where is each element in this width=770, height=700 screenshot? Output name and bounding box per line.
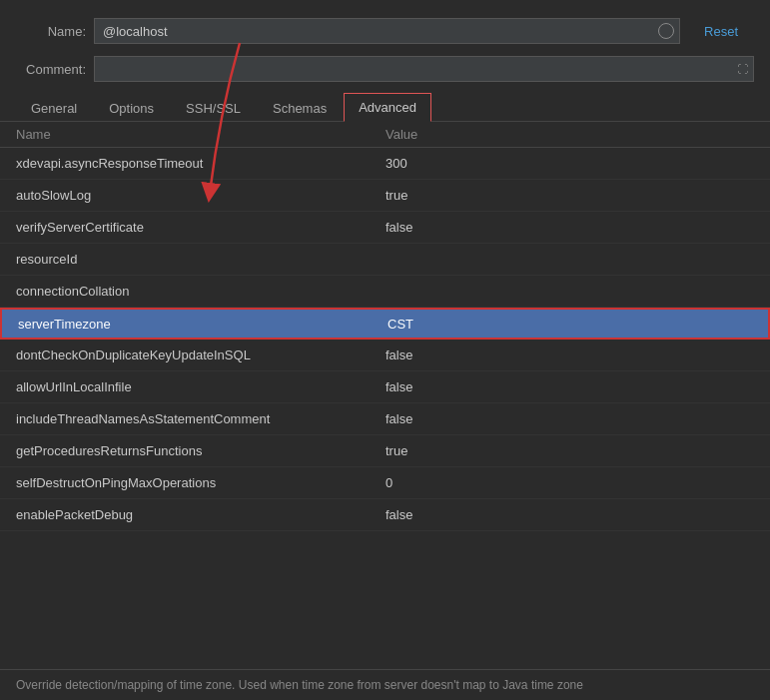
row-value-1: true	[385, 188, 754, 203]
table-row[interactable]: connectionCollation	[0, 276, 770, 308]
tab-advanced[interactable]: Advanced	[344, 93, 431, 122]
name-row: Name: Reset	[0, 12, 770, 50]
tab-options[interactable]: Options	[94, 94, 169, 122]
row-value-6: false	[385, 348, 754, 362]
row-name-0: xdevapi.asyncResponseTimeout	[16, 156, 385, 171]
row-value-8: false	[385, 411, 754, 426]
main-container: Name: Reset Comment: ⛶ General	[0, 0, 770, 700]
comment-label: Comment:	[16, 62, 86, 77]
row-name-2: verifyServerCertificate	[16, 220, 385, 235]
tab-general[interactable]: General	[16, 94, 92, 122]
row-value-5: CST	[387, 317, 752, 332]
row-name-5: serverTimezone	[18, 317, 387, 332]
row-name-3: resourceId	[16, 252, 385, 267]
row-value-2: false	[385, 220, 754, 235]
comment-input-wrapper: ⛶	[94, 56, 754, 82]
status-text: Override detection/mapping of time zone.…	[16, 678, 583, 692]
row-name-6: dontCheckOnDuplicateKeyUpdateInSQL	[16, 348, 385, 362]
row-value-7: false	[385, 379, 754, 394]
table-row[interactable]: dontCheckOnDuplicateKeyUpdateInSQLfalse	[0, 340, 770, 371]
row-value-10: 0	[385, 475, 754, 490]
table-row[interactable]: serverTimezoneCST	[0, 308, 770, 340]
row-value-11: false	[385, 507, 754, 522]
name-circle-button[interactable]	[658, 23, 674, 39]
reset-button[interactable]: Reset	[688, 24, 754, 39]
name-input[interactable]	[94, 18, 680, 44]
row-value-9: true	[385, 443, 754, 458]
table-row[interactable]: allowUrlInLocalInfilefalse	[0, 371, 770, 403]
row-name-10: selfDestructOnPingMaxOperations	[16, 475, 385, 490]
table-row[interactable]: resourceId	[0, 244, 770, 276]
table-row[interactable]: includeThreadNamesAsStatementCommentfals…	[0, 403, 770, 435]
table-row[interactable]: xdevapi.asyncResponseTimeout300	[0, 148, 770, 180]
row-name-8: includeThreadNamesAsStatementComment	[16, 411, 385, 426]
name-input-wrapper	[94, 18, 680, 44]
table-row[interactable]: verifyServerCertificatefalse	[0, 212, 770, 244]
name-label: Name:	[16, 24, 86, 39]
row-value-0: 300	[385, 156, 754, 171]
table-row[interactable]: enablePacketDebugfalse	[0, 499, 770, 531]
tab-schemas[interactable]: Schemas	[258, 94, 342, 122]
comment-input[interactable]	[94, 56, 754, 82]
row-name-1: autoSlowLog	[16, 188, 385, 203]
tab-ssh-ssl[interactable]: SSH/SSL	[171, 94, 256, 122]
comment-row: Comment: ⛶	[0, 50, 770, 88]
table-row[interactable]: selfDestructOnPingMaxOperations0	[0, 467, 770, 499]
table-row[interactable]: autoSlowLogtrue	[0, 180, 770, 212]
column-header-name: Name	[16, 127, 385, 142]
table-body[interactable]: xdevapi.asyncResponseTimeout300autoSlowL…	[0, 148, 770, 669]
row-name-7: allowUrlInLocalInfile	[16, 379, 385, 394]
expand-icon[interactable]: ⛶	[737, 63, 748, 75]
tabs-row: General Options SSH/SSL Schemas Advanced	[0, 88, 770, 122]
status-bar: Override detection/mapping of time zone.…	[0, 669, 770, 700]
table-row[interactable]: getProceduresReturnsFunctionstrue	[0, 435, 770, 467]
table-header: Name Value	[0, 122, 770, 148]
row-name-11: enablePacketDebug	[16, 507, 385, 522]
row-name-4: connectionCollation	[16, 284, 385, 299]
row-name-9: getProceduresReturnsFunctions	[16, 443, 385, 458]
column-header-value: Value	[385, 127, 754, 142]
